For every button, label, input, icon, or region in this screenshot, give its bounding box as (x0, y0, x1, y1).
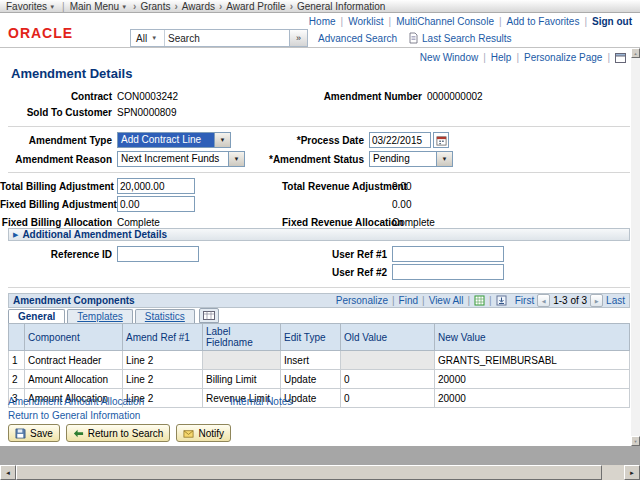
global-search: All▼ » Advanced Search Last Search Resul… (130, 29, 512, 47)
calendar-icon[interactable] (433, 132, 449, 148)
total-revenue-adjustment-value: 0.00 (392, 181, 411, 192)
personalize-page-link[interactable]: Personalize Page (524, 52, 615, 63)
components-header: Amendment Components Personalize Find Vi… (8, 293, 630, 308)
breadcrumb-chevron-icon (170, 1, 181, 12)
search-box: All▼ » (130, 29, 308, 47)
header-band: ORACLE Home Worklist MultiChannel Consol… (0, 14, 640, 48)
search-input[interactable] (165, 31, 289, 45)
notify-button[interactable]: Notify (176, 424, 231, 442)
return-to-search-button[interactable]: Return to Search (66, 424, 171, 442)
column-header: Amend Ref #1 (123, 324, 203, 351)
search-go-button[interactable]: » (289, 30, 307, 46)
row-number: 1 (9, 351, 25, 370)
cell-edit-type: Insert (281, 351, 341, 370)
horizontal-scrollbar[interactable]: ◄ ► (0, 465, 640, 480)
page-bar: New Window Help Personalize Page (420, 52, 626, 63)
search-scope-dropdown[interactable]: All▼ (131, 30, 165, 46)
first-link[interactable]: First (515, 295, 534, 306)
grid-action-links: Personalize Find View All (336, 295, 507, 306)
total-billing-adjustment-input[interactable] (117, 178, 195, 194)
breadcrumb-award-profile[interactable]: Award Profile (226, 1, 285, 12)
contract-value: CON0003242 (117, 91, 302, 102)
cell-amend-ref: Line 2 (123, 351, 203, 370)
expand-arrow-icon[interactable]: ▶ (13, 231, 18, 239)
amendment-amount-allocation-link[interactable]: Amendment Amount Allocation (8, 396, 144, 407)
help-link[interactable]: Help (491, 52, 524, 63)
user-ref1-input[interactable] (392, 246, 504, 262)
total-adjustment-row: Total Billing Adjustment Total Revenue A… (0, 178, 631, 194)
new-window-link[interactable]: New Window (420, 52, 491, 63)
personalize-link[interactable]: Personalize (336, 295, 388, 306)
user-ref2-row: User Ref #2 (0, 264, 631, 280)
additional-details-section[interactable]: ▶ Additional Amendment Details (8, 228, 630, 241)
save-button[interactable]: Save (8, 424, 60, 442)
find-link[interactable]: Find (388, 295, 418, 306)
scroll-up-icon[interactable]: ▲ (631, 48, 640, 58)
worklist-link[interactable]: Worklist (348, 16, 396, 27)
table-header-row: Component Amend Ref #1 Label Fieldname E… (9, 324, 630, 351)
cell-label-fieldname: Billing Limit (203, 370, 281, 389)
return-to-general-information-link[interactable]: Return to General Information (8, 410, 140, 421)
tab-templates[interactable]: Templates (67, 309, 133, 323)
dropdown-arrow-icon[interactable]: ▼ (436, 152, 452, 166)
sign-out-link[interactable]: Sign out (592, 16, 632, 27)
breadcrumb-grants[interactable]: Grants (140, 1, 170, 12)
cell-component: Contract Header (25, 351, 123, 370)
cell-old-value: 0 (341, 389, 435, 408)
next-row-icon[interactable]: ▶ (590, 294, 603, 307)
breadcrumb-awards[interactable]: Awards (182, 1, 215, 12)
process-date-label: *Process Date (269, 135, 369, 146)
sold-to-customer-label: Sold To Customer (0, 107, 117, 118)
scroll-left-icon[interactable]: ◄ (0, 465, 16, 480)
copy-url-icon[interactable] (615, 53, 626, 63)
previous-row-icon[interactable]: ◀ (537, 294, 550, 307)
user-ref2-input[interactable] (392, 264, 504, 280)
last-search-results-link[interactable]: Last Search Results (422, 33, 512, 44)
tab-general[interactable]: General (8, 309, 65, 323)
fixed-billing-adjustment-label: Fixed Billing Adjustment (0, 199, 117, 210)
vertical-scrollbar[interactable]: ▲ ▼ (631, 48, 640, 446)
view-all-link[interactable]: View All (418, 295, 463, 306)
tab-statistics[interactable]: Statistics (135, 309, 195, 323)
user-ref2-label: User Ref #2 (282, 267, 392, 278)
advanced-search-link[interactable]: Advanced Search (318, 33, 397, 44)
row-number-header (9, 324, 25, 351)
amendment-status-select[interactable]: Pending ▼ (369, 151, 453, 167)
scroll-down-icon[interactable]: ▼ (631, 436, 640, 446)
download-to-excel-icon[interactable] (464, 295, 486, 306)
amendment-type-row: Amendment Type Add Contract Line ▼ *Proc… (0, 132, 631, 148)
caret-down-icon: ▼ (49, 4, 55, 10)
reference-id-input[interactable] (117, 246, 199, 262)
add-to-favorites-link[interactable]: Add to Favorites (507, 16, 592, 27)
horizontal-scroll-thumb[interactable] (16, 465, 602, 480)
cell-edit-type: Update (281, 370, 341, 389)
reference-id-label: Reference ID (0, 249, 117, 260)
multichannel-console-link[interactable]: MultiChannel Console (396, 16, 506, 27)
home-link[interactable]: Home (309, 16, 348, 27)
dropdown-arrow-icon[interactable]: ▼ (214, 133, 230, 147)
amendment-type-select[interactable]: Add Contract Line ▼ (117, 132, 231, 148)
breadcrumb-general-information[interactable]: General Information (297, 1, 385, 12)
amendment-reason-select[interactable]: Next Increment Funds ▼ (117, 151, 245, 167)
scroll-right-icon[interactable]: ► (624, 465, 640, 480)
amendment-number-value: 0000000002 (427, 91, 483, 102)
last-link[interactable]: Last (606, 295, 625, 306)
breadcrumb-favorites[interactable]: Favorites▼ (6, 1, 57, 12)
cell-new-value: GRANTS_REIMBURSABL (435, 351, 630, 370)
column-header: Old Value (341, 324, 435, 351)
download-icon[interactable] (485, 295, 507, 306)
table-row: 2 Amount Allocation Line 2 Billing Limit… (9, 370, 630, 389)
fixed-billing-adjustment-input[interactable] (117, 196, 195, 212)
components-title: Amendment Components (13, 295, 135, 306)
fixed-revenue-allocation-label: Fixed Revenue Allocation (282, 217, 392, 228)
caret-down-icon: ▼ (121, 4, 127, 10)
user-ref1-label: User Ref #1 (282, 249, 392, 260)
show-all-columns-icon[interactable] (199, 308, 219, 323)
document-search-icon (409, 32, 418, 44)
save-disk-icon (15, 428, 26, 439)
dropdown-arrow-icon[interactable]: ▼ (228, 152, 244, 166)
breadcrumb-main-menu[interactable]: Main Menu▼ (70, 1, 129, 12)
column-header: Component (25, 324, 123, 351)
process-date-input[interactable] (369, 132, 431, 148)
internal-notes-link[interactable]: Internal Notes (230, 396, 292, 407)
